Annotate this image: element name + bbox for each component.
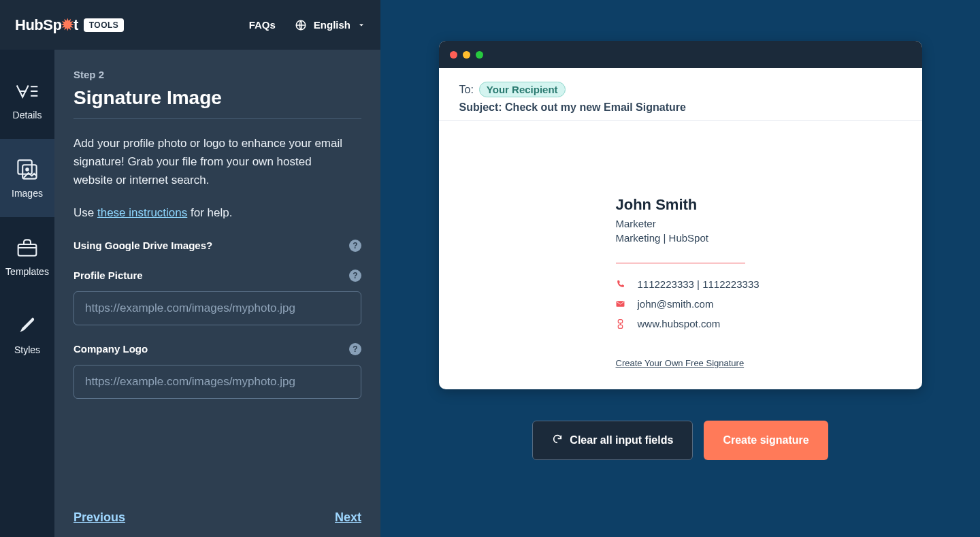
brand-name-part2: t [74,16,78,33]
subject-prefix: Subject: [459,101,506,113]
sig-cta-link[interactable]: Create Your Own Free Signature [616,358,745,368]
sig-url: www.hubspot.com [638,318,721,329]
instructions-line: Use these instructions for help. [74,204,353,222]
previous-link[interactable]: Previous [74,510,125,525]
rail-label: Details [13,110,42,120]
sig-email: john@smith.com [638,298,714,310]
rail-item-templates[interactable]: Templates [0,217,54,295]
email-header: To: Your Recipient Subject: Check out my… [439,68,922,121]
refresh-icon [552,434,563,447]
tools-badge: TOOLS [84,18,125,32]
svg-rect-11 [618,325,622,328]
email-preview-window: To: Your Recipient Subject: Check out my… [439,41,922,389]
svg-rect-10 [618,319,622,323]
faqs-link[interactable]: FAQs [249,19,276,31]
next-link[interactable]: Next [335,510,361,525]
traffic-light-close [450,51,457,59]
side-rail: Details Images Templates [0,50,54,537]
sprocket-icon: ✹ [61,16,74,33]
left-panel: HubSp✹t TOOLS FAQs English [0,0,380,537]
top-bar: HubSp✹t TOOLS FAQs English [0,0,380,50]
link-icon [616,319,625,329]
chevron-down-icon [357,21,365,29]
clear-button[interactable]: Clear all input fields [532,421,693,460]
rail-item-styles[interactable]: Styles [0,295,54,374]
form-column: Step 2 Signature Image Add your profile … [54,50,380,537]
profile-picture-input[interactable] [74,291,361,325]
brand-name-part1: HubSp [15,16,61,33]
brand-logo[interactable]: HubSp✹t TOOLS [15,16,124,34]
traffic-light-min [463,51,470,59]
phone-icon [616,280,625,289]
svg-rect-8 [18,244,37,256]
sig-role: Marketer [616,218,902,229]
profile-picture-label: Profile Picture [74,270,143,281]
svg-point-7 [26,168,28,170]
recipient-pill: Your Recipient [479,82,566,97]
create-signature-button[interactable]: Create signature [704,421,828,460]
google-drive-label: Using Google Drive Images? [74,240,212,251]
subject-text: Check out my new Email Signature [505,101,686,113]
traffic-light-max [476,51,483,59]
help-icon[interactable]: ? [349,240,361,252]
rail-item-images[interactable]: Images [0,139,54,217]
images-icon [16,158,39,181]
svg-rect-9 [617,301,625,307]
company-logo-input[interactable] [74,365,361,399]
clear-button-label: Clear all input fields [570,434,673,446]
window-titlebar [439,41,922,68]
templates-icon [16,236,39,259]
details-icon [16,80,39,103]
step-label: Step 2 [74,69,361,80]
language-label: English [314,19,350,31]
signature-preview: John Smith Marketer Marketing | HubSpot … [439,121,922,389]
create-button-label: Create signature [723,434,808,446]
svg-rect-5 [18,160,31,174]
rail-label: Styles [14,344,40,355]
page-title: Signature Image [74,87,361,119]
help-icon[interactable]: ? [349,343,361,355]
rail-label: Templates [5,266,49,277]
sig-name: John Smith [616,196,902,214]
action-buttons: Clear all input fields Create signature [532,421,828,460]
rail-item-details[interactable]: Details [0,61,54,139]
company-logo-label: Company Logo [74,343,148,355]
preview-area: To: Your Recipient Subject: Check out my… [380,0,980,537]
language-selector[interactable]: English [295,19,365,31]
sig-phone: 1112223333 | 1112223333 [638,278,760,290]
to-label: To: [459,84,474,96]
mail-icon [616,300,625,308]
rail-label: Images [12,188,43,199]
styles-icon [16,314,39,338]
description-text: Add your profile photo or logo to enhanc… [74,134,353,190]
globe-icon [295,19,307,31]
sig-dept: Marketing | HubSpot [616,232,902,244]
help-icon[interactable]: ? [349,270,361,282]
sig-divider [616,263,745,263]
instructions-link[interactable]: these instructions [97,206,187,219]
